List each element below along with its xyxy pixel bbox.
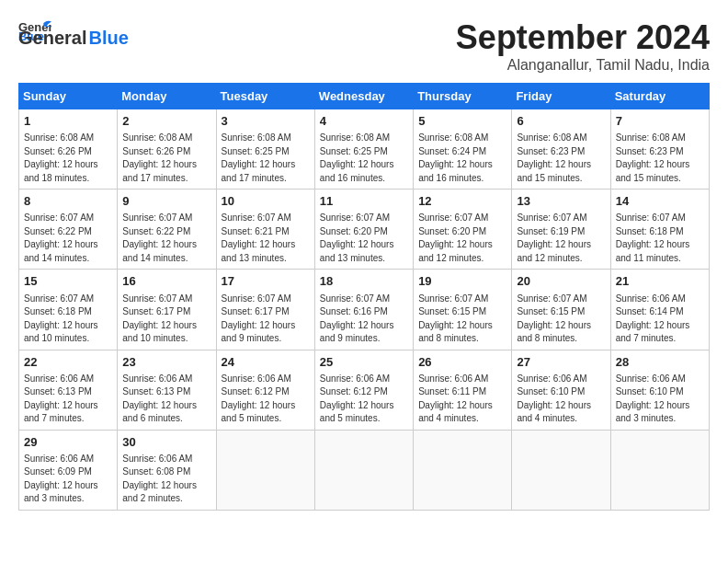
calendar-cell: 14Sunrise: 6:07 AMSunset: 6:18 PMDayligh… [610, 190, 709, 270]
day-info: Sunrise: 6:07 AMSunset: 6:18 PMDaylight:… [24, 293, 112, 346]
calendar-cell: 10Sunrise: 6:07 AMSunset: 6:21 PMDayligh… [216, 190, 314, 270]
day-number: 7 [616, 113, 704, 130]
calendar-row-2: 8Sunrise: 6:07 AMSunset: 6:22 PMDaylight… [19, 190, 710, 270]
calendar-table: Sunday Monday Tuesday Wednesday Thursday… [18, 83, 710, 511]
col-sunday: Sunday [19, 84, 118, 109]
day-number: 24 [222, 354, 310, 371]
calendar-cell: 4Sunrise: 6:08 AMSunset: 6:25 PMDaylight… [314, 109, 413, 190]
day-number: 15 [24, 273, 112, 290]
month-title: September 2024 [456, 18, 710, 57]
calendar-cell: 29Sunrise: 6:06 AMSunset: 6:09 PMDayligh… [19, 430, 118, 510]
calendar-cell: 1Sunrise: 6:08 AMSunset: 6:26 PMDaylight… [19, 109, 118, 190]
day-number: 8 [24, 193, 112, 210]
calendar-cell: 30Sunrise: 6:06 AMSunset: 6:08 PMDayligh… [118, 430, 216, 510]
calendar-body: 1Sunrise: 6:08 AMSunset: 6:26 PMDaylight… [19, 109, 710, 511]
calendar-row-1: 1Sunrise: 6:08 AMSunset: 6:26 PMDaylight… [19, 109, 710, 190]
page-header: General Blue General Blue September 2024… [18, 18, 710, 74]
day-info: Sunrise: 6:06 AMSunset: 6:12 PMDaylight:… [222, 373, 310, 426]
calendar-cell: 22Sunrise: 6:06 AMSunset: 6:13 PMDayligh… [19, 350, 118, 430]
day-info: Sunrise: 6:06 AMSunset: 6:10 PMDaylight:… [616, 373, 704, 426]
calendar-cell: 24Sunrise: 6:06 AMSunset: 6:12 PMDayligh… [216, 350, 314, 430]
day-number: 5 [418, 113, 506, 130]
day-number: 19 [418, 273, 506, 290]
day-number: 11 [320, 193, 408, 210]
day-info: Sunrise: 6:06 AMSunset: 6:14 PMDaylight:… [616, 293, 704, 346]
day-number: 30 [122, 434, 210, 451]
col-thursday: Thursday [414, 84, 512, 109]
calendar-cell: 19Sunrise: 6:07 AMSunset: 6:15 PMDayligh… [414, 270, 512, 350]
day-info: Sunrise: 6:07 AMSunset: 6:20 PMDaylight:… [320, 212, 408, 265]
day-number: 13 [517, 193, 605, 210]
day-number: 2 [122, 113, 210, 130]
calendar-cell [314, 430, 413, 510]
day-info: Sunrise: 6:07 AMSunset: 6:22 PMDaylight:… [24, 212, 112, 265]
day-number: 27 [517, 354, 605, 371]
day-number: 3 [222, 113, 310, 130]
day-info: Sunrise: 6:07 AMSunset: 6:21 PMDaylight:… [222, 212, 310, 265]
day-info: Sunrise: 6:08 AMSunset: 6:26 PMDaylight:… [122, 132, 210, 185]
day-number: 21 [616, 273, 704, 290]
calendar-cell: 25Sunrise: 6:06 AMSunset: 6:12 PMDayligh… [314, 350, 413, 430]
day-number: 10 [222, 193, 310, 210]
day-number: 14 [616, 193, 704, 210]
day-number: 22 [24, 354, 112, 371]
calendar-cell [216, 430, 314, 510]
day-info: Sunrise: 6:08 AMSunset: 6:26 PMDaylight:… [24, 132, 112, 185]
calendar-cell: 23Sunrise: 6:06 AMSunset: 6:13 PMDayligh… [118, 350, 216, 430]
day-info: Sunrise: 6:06 AMSunset: 6:13 PMDaylight:… [122, 373, 210, 426]
calendar-row-4: 22Sunrise: 6:06 AMSunset: 6:13 PMDayligh… [19, 350, 710, 430]
day-info: Sunrise: 6:08 AMSunset: 6:23 PMDaylight:… [517, 132, 605, 185]
day-info: Sunrise: 6:08 AMSunset: 6:24 PMDaylight:… [418, 132, 506, 185]
day-number: 23 [122, 354, 210, 371]
day-info: Sunrise: 6:07 AMSunset: 6:19 PMDaylight:… [517, 212, 605, 265]
calendar-cell [610, 430, 709, 510]
day-info: Sunrise: 6:06 AMSunset: 6:12 PMDaylight:… [320, 373, 408, 426]
calendar-cell: 18Sunrise: 6:07 AMSunset: 6:16 PMDayligh… [314, 270, 413, 350]
day-number: 18 [320, 273, 408, 290]
calendar-cell: 15Sunrise: 6:07 AMSunset: 6:18 PMDayligh… [19, 270, 118, 350]
logo-general: General [18, 28, 86, 49]
calendar-cell: 13Sunrise: 6:07 AMSunset: 6:19 PMDayligh… [512, 190, 610, 270]
day-info: Sunrise: 6:06 AMSunset: 6:09 PMDaylight:… [24, 453, 112, 506]
logo-blue: Blue [88, 28, 128, 49]
day-info: Sunrise: 6:08 AMSunset: 6:25 PMDaylight:… [222, 132, 310, 185]
calendar-cell: 5Sunrise: 6:08 AMSunset: 6:24 PMDaylight… [414, 109, 512, 190]
col-friday: Friday [512, 84, 610, 109]
calendar-header-row: Sunday Monday Tuesday Wednesday Thursday… [19, 84, 710, 109]
day-info: Sunrise: 6:06 AMSunset: 6:08 PMDaylight:… [122, 453, 210, 506]
calendar-cell: 3Sunrise: 6:08 AMSunset: 6:25 PMDaylight… [216, 109, 314, 190]
day-number: 26 [418, 354, 506, 371]
day-number: 28 [616, 354, 704, 371]
calendar-cell: 11Sunrise: 6:07 AMSunset: 6:20 PMDayligh… [314, 190, 413, 270]
col-tuesday: Tuesday [216, 84, 314, 109]
day-number: 20 [517, 273, 605, 290]
calendar-cell: 20Sunrise: 6:07 AMSunset: 6:15 PMDayligh… [512, 270, 610, 350]
location-title: Alanganallur, Tamil Nadu, India [456, 57, 710, 74]
calendar-cell: 21Sunrise: 6:06 AMSunset: 6:14 PMDayligh… [610, 270, 709, 350]
calendar-cell [512, 430, 610, 510]
calendar-cell: 12Sunrise: 6:07 AMSunset: 6:20 PMDayligh… [414, 190, 512, 270]
day-number: 4 [320, 113, 408, 130]
day-info: Sunrise: 6:07 AMSunset: 6:20 PMDaylight:… [418, 212, 506, 265]
day-info: Sunrise: 6:06 AMSunset: 6:11 PMDaylight:… [418, 373, 506, 426]
calendar-cell: 8Sunrise: 6:07 AMSunset: 6:22 PMDaylight… [19, 190, 118, 270]
col-wednesday: Wednesday [314, 84, 413, 109]
day-info: Sunrise: 6:08 AMSunset: 6:23 PMDaylight:… [616, 132, 704, 185]
day-info: Sunrise: 6:07 AMSunset: 6:15 PMDaylight:… [517, 293, 605, 346]
calendar-cell [414, 430, 512, 510]
calendar-cell: 7Sunrise: 6:08 AMSunset: 6:23 PMDaylight… [610, 109, 709, 190]
day-number: 29 [24, 434, 112, 451]
day-number: 9 [122, 193, 210, 210]
day-info: Sunrise: 6:07 AMSunset: 6:17 PMDaylight:… [222, 293, 310, 346]
calendar-cell: 9Sunrise: 6:07 AMSunset: 6:22 PMDaylight… [118, 190, 216, 270]
calendar-cell: 2Sunrise: 6:08 AMSunset: 6:26 PMDaylight… [118, 109, 216, 190]
calendar-cell: 27Sunrise: 6:06 AMSunset: 6:10 PMDayligh… [512, 350, 610, 430]
calendar-cell: 17Sunrise: 6:07 AMSunset: 6:17 PMDayligh… [216, 270, 314, 350]
col-monday: Monday [118, 84, 216, 109]
day-number: 17 [222, 273, 310, 290]
day-info: Sunrise: 6:08 AMSunset: 6:25 PMDaylight:… [320, 132, 408, 185]
col-saturday: Saturday [610, 84, 709, 109]
title-block: September 2024 Alanganallur, Tamil Nadu,… [456, 18, 710, 74]
calendar-cell: 26Sunrise: 6:06 AMSunset: 6:11 PMDayligh… [414, 350, 512, 430]
day-info: Sunrise: 6:07 AMSunset: 6:22 PMDaylight:… [122, 212, 210, 265]
